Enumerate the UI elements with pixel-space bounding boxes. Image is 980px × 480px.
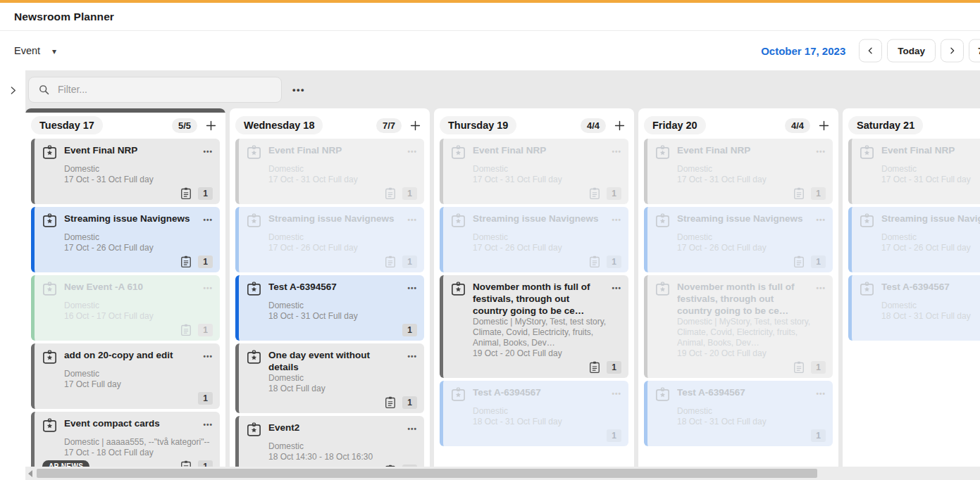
event-card[interactable]: Event Final NRP Domestic 17 Oct - 31 Oct… <box>848 139 980 204</box>
event-card-category: Domestic <box>268 441 417 452</box>
card-list: Event Final NRP Domestic 17 Oct - 31 Oct… <box>25 139 225 467</box>
card-footer-row: 1 <box>41 390 213 405</box>
event-card-title: Event Final NRP <box>881 144 980 156</box>
event-card-dates: 18 Oct - 31 Oct Full day <box>881 311 980 322</box>
card-menu-button[interactable] <box>816 212 826 225</box>
chevron-right-icon <box>947 46 957 56</box>
event-card[interactable]: Streaming issue Navignews Domestic 17 Oc… <box>848 207 980 272</box>
linked-items-count: 1 <box>198 392 213 405</box>
title-bar: Newsroom Planner <box>0 3 980 31</box>
range-button[interactable]: 7 <box>969 39 980 63</box>
day-column: Thursday 19 4/4 Event Final NRP Domestic… <box>434 108 634 467</box>
event-card[interactable]: Event Final NRP Domestic 17 Oct - 31 Oct… <box>440 139 628 204</box>
event-card[interactable]: One day event without details Domestic 1… <box>235 343 424 413</box>
view-type-label: Event <box>14 45 40 56</box>
card-footer-row: 1 <box>449 253 621 269</box>
add-event-button[interactable] <box>203 118 218 133</box>
event-card-dates: 17 Oct Full day <box>64 379 213 390</box>
event-card[interactable]: add on 20-copy and edit Domestic 17 Oct … <box>31 343 220 409</box>
event-card[interactable]: Streaming issue Navignews Domestic 17 Oc… <box>31 207 220 272</box>
today-button[interactable]: Today <box>887 39 936 63</box>
event-card[interactable]: Streaming issue Navignews Domestic 17 Oc… <box>440 207 628 272</box>
card-menu-button[interactable] <box>203 144 213 157</box>
current-date-button[interactable]: October 17, 2023 <box>761 45 845 57</box>
card-header-row: One day event without details <box>245 348 417 373</box>
card-footer-row: 1 <box>245 394 417 410</box>
event-card[interactable]: Event compact cards Domestic | aaaaa555,… <box>31 412 220 467</box>
expand-sidebar-button[interactable] <box>0 70 25 480</box>
event-card[interactable]: Streaming issue Navignews Domestic 17 Oc… <box>644 207 833 272</box>
add-event-button[interactable] <box>407 118 423 133</box>
event-card[interactable]: November month is full of festivals, thr… <box>440 275 628 378</box>
event-card-category: Domestic <box>881 232 980 243</box>
card-header-row: add on 20-copy and edit <box>41 348 213 369</box>
card-menu-button[interactable] <box>203 212 213 225</box>
view-type-dropdown[interactable]: Event <box>14 45 56 56</box>
scrollbar-thumb[interactable] <box>37 469 817 478</box>
event-card[interactable]: Event Final NRP Domestic 17 Oct - 31 Oct… <box>31 139 220 204</box>
event-card-title: Streaming issue Navignews <box>268 212 402 225</box>
filter-input[interactable]: Filter... <box>28 77 282 103</box>
event-card[interactable]: Event Final NRP Domestic 17 Oct - 31 Oct… <box>235 139 424 204</box>
event-card-dates: 17 Oct - 26 Oct Full day <box>268 243 417 253</box>
event-badge-icon <box>41 280 58 301</box>
card-menu-button[interactable] <box>612 212 621 225</box>
card-header-row: Streaming issue Navignews <box>858 212 980 232</box>
clipboard-list-icon <box>383 255 397 269</box>
event-card-category: Domestic <box>64 164 213 175</box>
card-menu-button[interactable] <box>816 386 826 399</box>
event-card[interactable]: Test A-6394567 Domestic 18 Oct - 31 Oct … <box>644 381 833 446</box>
event-card-title: November month is full of festivals, thr… <box>473 280 606 317</box>
card-menu-button[interactable] <box>203 417 213 430</box>
next-button[interactable] <box>941 39 964 63</box>
linked-items-count: 1 <box>811 187 826 200</box>
event-card[interactable]: New Event -A 610 Domestic 16 Oct - 17 Oc… <box>31 275 220 341</box>
linked-items-count: 1 <box>198 255 213 268</box>
event-card-title: Event compact cards <box>64 417 197 429</box>
event-card[interactable]: Test A-6394567 Domestic 18 Oct - 31 Oct … <box>235 275 424 341</box>
card-menu-button[interactable] <box>816 144 826 157</box>
event-badge-icon <box>654 144 671 164</box>
event-card[interactable]: Test A-6394567 Domestic 18 Oct - 31 Oct … <box>848 275 980 341</box>
card-menu-button[interactable] <box>407 421 417 434</box>
card-menu-button[interactable] <box>407 144 417 157</box>
prev-button[interactable] <box>859 39 882 63</box>
card-menu-button[interactable] <box>612 280 621 293</box>
scroll-left-arrow[interactable] <box>25 470 35 477</box>
event-card-dates: 17 Oct - 26 Oct Full day <box>677 243 826 253</box>
card-menu-button[interactable] <box>407 348 417 362</box>
card-menu-button[interactable] <box>407 280 417 293</box>
event-card-title: Streaming issue Navignews <box>473 212 606 225</box>
card-footer-row: 1 <box>41 185 213 201</box>
add-event-button[interactable] <box>612 118 627 133</box>
filter-bar: Filter... <box>25 70 980 108</box>
card-menu-button[interactable] <box>612 144 621 157</box>
card-header-row: Streaming issue Navignews <box>654 212 826 232</box>
event-card-category: Domestic <box>268 232 417 243</box>
card-menu-button[interactable] <box>203 348 213 362</box>
card-header-row: Test A-6394567 <box>245 280 417 301</box>
clipboard-list-icon <box>179 323 193 337</box>
card-menu-button[interactable] <box>816 280 826 293</box>
clipboard-list-icon <box>383 187 397 201</box>
event-card[interactable]: Streaming issue Navignews Domestic 17 Oc… <box>235 207 424 272</box>
event-card[interactable]: Test A-6394567 Domestic 18 Oct - 31 Oct … <box>440 381 628 446</box>
card-footer-row: 1 <box>858 253 980 269</box>
card-header-row: Event Final NRP <box>41 144 213 164</box>
horizontal-scrollbar[interactable] <box>25 467 980 480</box>
event-card-category: Domestic <box>881 301 980 311</box>
column-day-label: Friday 20 <box>644 116 706 134</box>
card-menu-button[interactable] <box>203 280 213 293</box>
today-indicator-bar <box>25 108 225 113</box>
event-badge-icon <box>245 280 263 301</box>
filter-more-button[interactable] <box>292 83 305 96</box>
event-card[interactable]: Event2 Domestic 18 Oct 14:30 - 18 Oct 16… <box>235 416 424 467</box>
event-card[interactable]: November month is full of festivals, thr… <box>644 275 833 378</box>
card-menu-button[interactable] <box>407 212 417 225</box>
card-footer-row: 1 <box>654 253 826 269</box>
event-card-title: Event Final NRP <box>268 144 402 156</box>
event-card[interactable]: Event Final NRP Domestic 17 Oct - 31 Oct… <box>644 139 833 204</box>
add-event-button[interactable] <box>816 118 831 133</box>
card-footer-row: 1 <box>654 359 826 374</box>
card-menu-button[interactable] <box>612 386 621 399</box>
